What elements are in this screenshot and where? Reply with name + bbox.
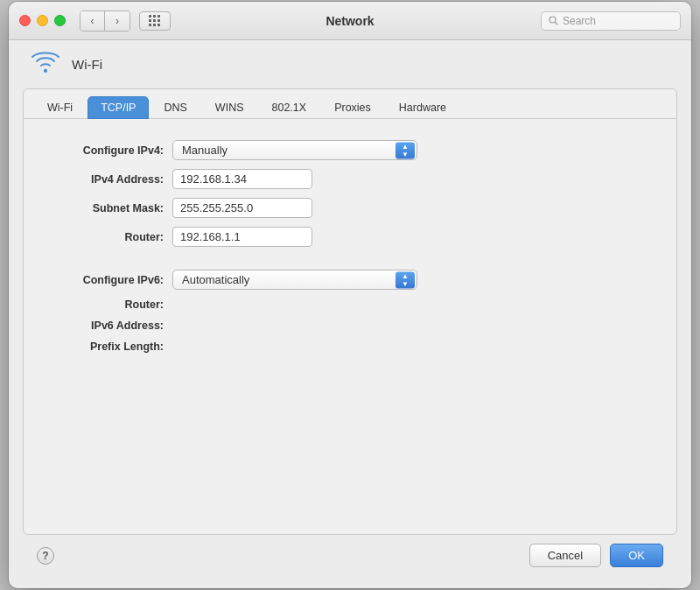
prefix-length-row: Prefix Length:	[50, 341, 650, 353]
router-label: Router:	[50, 231, 172, 243]
ipv4-address-row: IPv4 Address:	[50, 169, 650, 189]
maximize-button[interactable]	[54, 15, 66, 26]
configure-ipv6-select[interactable]: Automatically Off Manually Link-local on…	[172, 270, 417, 290]
grid-button[interactable]	[139, 11, 171, 31]
ipv4-address-label: IPv4 Address:	[50, 173, 172, 186]
configure-ipv6-row: Configure IPv6: Automatically Off Manual…	[50, 270, 650, 290]
configure-ipv6-label: Configure IPv6:	[50, 274, 172, 286]
close-button[interactable]	[19, 15, 31, 26]
forward-button[interactable]: ›	[105, 11, 130, 31]
tab-8021x[interactable]: 802.1X	[259, 96, 320, 119]
subnet-mask-input[interactable]	[172, 198, 312, 218]
configure-ipv4-row: Configure IPv4: Manually Using DHCP Usin…	[50, 140, 650, 160]
configure-ipv6-wrapper: Automatically Off Manually Link-local on…	[172, 270, 417, 290]
cancel-button[interactable]: Cancel	[529, 544, 601, 567]
nav-buttons: ‹ ›	[80, 11, 130, 32]
titlebar: ‹ › Network Search	[9, 2, 691, 40]
window-title: Network	[326, 14, 374, 28]
router-input[interactable]	[172, 227, 312, 247]
subnet-mask-label: Subnet Mask:	[50, 202, 172, 214]
footer-buttons: Cancel OK	[529, 544, 663, 567]
router-row: Router:	[50, 227, 650, 247]
footer: ? Cancel OK	[23, 535, 677, 574]
svg-point-0	[550, 17, 556, 23]
configure-ipv4-wrapper: Manually Using DHCP Using DHCP with manu…	[172, 140, 417, 160]
svg-point-2	[44, 69, 47, 73]
ok-button[interactable]: OK	[610, 544, 663, 567]
grid-icon	[149, 15, 161, 27]
tab-wins[interactable]: WINS	[202, 96, 257, 119]
wifi-header: Wi-Fi	[23, 51, 677, 78]
router6-row: Router:	[50, 299, 650, 311]
tab-content: Configure IPv4: Manually Using DHCP Usin…	[24, 119, 676, 383]
content-panel: Wi-Fi TCP/IP DNS WINS 802.1X Proxies Har…	[23, 88, 677, 535]
tab-bar: Wi-Fi TCP/IP DNS WINS 802.1X Proxies Har…	[24, 89, 676, 119]
svg-line-1	[556, 23, 558, 25]
tab-tcpip[interactable]: TCP/IP	[88, 96, 149, 119]
tab-hardware[interactable]: Hardware	[386, 96, 459, 119]
back-button[interactable]: ‹	[80, 11, 105, 31]
search-box[interactable]: Search	[541, 11, 681, 31]
search-placeholder: Search	[563, 15, 596, 27]
ipv4-address-input[interactable]	[172, 169, 312, 189]
configure-ipv4-select[interactable]: Manually Using DHCP Using DHCP with manu…	[172, 140, 417, 160]
window-body: Wi-Fi Wi-Fi TCP/IP DNS WINS 802.1X Proxi…	[9, 40, 691, 588]
tab-dns[interactable]: DNS	[150, 96, 200, 119]
tab-proxies[interactable]: Proxies	[321, 96, 384, 119]
ipv6-address-row: IPv6 Address:	[50, 320, 650, 332]
wifi-label: Wi-Fi	[72, 57, 102, 72]
section-divider	[50, 256, 650, 270]
search-icon	[549, 16, 558, 25]
minimize-button[interactable]	[37, 15, 48, 26]
configure-ipv4-label: Configure IPv4:	[50, 144, 172, 157]
help-button[interactable]: ?	[37, 547, 54, 565]
main-window: ‹ › Network Search	[9, 2, 691, 588]
prefix-length-label: Prefix Length:	[50, 341, 172, 353]
wifi-icon	[30, 51, 61, 78]
subnet-mask-row: Subnet Mask:	[50, 198, 650, 218]
router6-label: Router:	[50, 299, 172, 311]
tab-wifi[interactable]: Wi-Fi	[34, 96, 86, 119]
ipv6-address-label: IPv6 Address:	[50, 320, 172, 332]
traffic-lights	[19, 15, 66, 26]
